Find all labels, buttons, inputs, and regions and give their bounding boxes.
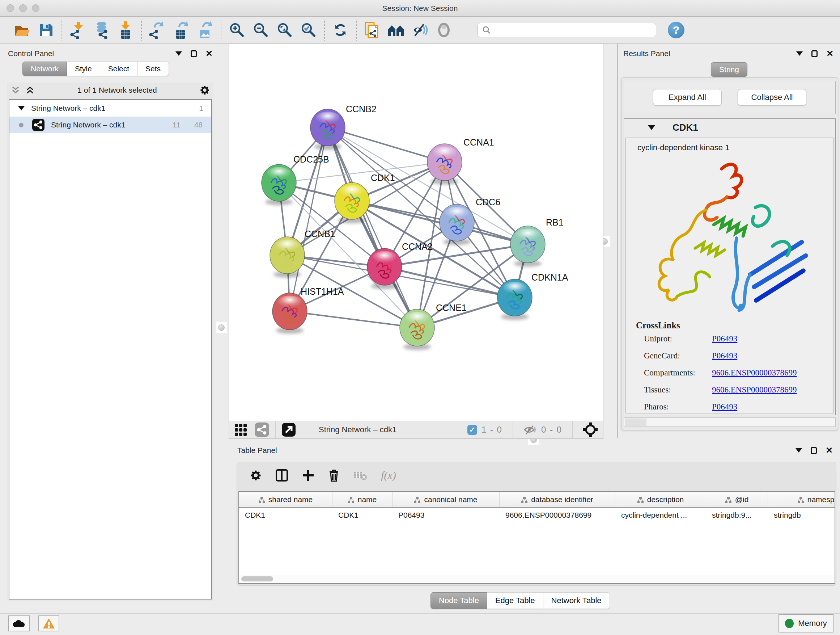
tab-node-table[interactable]: Node Table — [431, 592, 487, 609]
toolbar-separator — [572, 421, 573, 439]
search-box[interactable] — [477, 23, 656, 37]
network-node-ccnb2[interactable] — [310, 109, 345, 150]
network-canvas[interactable]: CCNB2CCNA1CDC25BCDK1CDC6RB1CCNB1CCNA2CDK… — [229, 44, 603, 421]
hide-selected-button[interactable] — [408, 19, 432, 42]
node-table[interactable]: shared namenamecanonical namedatabase id… — [238, 491, 835, 584]
tab-network[interactable]: Network — [22, 62, 67, 76]
gear-icon[interactable] — [200, 85, 210, 95]
edge-count: 48 — [194, 120, 202, 129]
column-header[interactable]: namespace — [768, 492, 835, 507]
cloud-button[interactable] — [8, 616, 30, 631]
selected-checkbox-icon[interactable]: ✓ — [467, 425, 477, 435]
string-style-icon[interactable] — [254, 422, 270, 437]
table-cell[interactable]: P06493 — [393, 508, 500, 524]
table-cell[interactable]: cyclin-dependent ... — [615, 508, 706, 524]
collection-caret-icon[interactable] — [18, 106, 25, 111]
import-table-button[interactable] — [114, 19, 137, 42]
crosslink-value-link[interactable]: P06493 — [712, 334, 737, 344]
table-h-scrollbar[interactable] — [240, 575, 834, 583]
tab-edge-table[interactable]: Edge Table — [487, 592, 543, 609]
crosslink-value-link[interactable]: 9606.ENSP00000378699 — [712, 385, 797, 394]
table-row[interactable]: CDK1CDK1P064939606.ENSP00000378699cyclin… — [239, 508, 835, 524]
results-scrollbar[interactable] — [624, 417, 836, 427]
table-cell[interactable]: CDK1 — [332, 508, 393, 524]
table-cell[interactable]: stringdb:9... — [706, 508, 768, 524]
network-edge[interactable] — [290, 311, 417, 328]
import-network-button[interactable] — [66, 19, 90, 42]
tab-select[interactable]: Select — [100, 62, 137, 76]
expand-all-icon[interactable] — [25, 86, 35, 95]
network-node-ccna1[interactable] — [427, 144, 462, 185]
expand-all-button[interactable]: Expand All — [653, 89, 722, 106]
open-in-window-icon[interactable] — [281, 423, 296, 437]
tab-string[interactable]: String — [711, 62, 747, 77]
column-header[interactable]: canonical name — [393, 492, 500, 507]
column-header[interactable]: description — [615, 492, 706, 507]
import-database-button[interactable] — [90, 19, 114, 42]
float-panel-icon[interactable] — [191, 50, 197, 57]
network-row[interactable]: String Network – cdk1 11 48 — [9, 117, 211, 133]
add-column-icon[interactable] — [302, 469, 314, 481]
open-session-button[interactable] — [10, 19, 34, 42]
crosslink-value-link[interactable]: 9606.ENSP00000378699 — [712, 368, 797, 378]
network-node-cdc25b[interactable] — [262, 165, 296, 205]
network-edge[interactable] — [328, 127, 445, 162]
table-cell[interactable]: stringdb — [768, 508, 835, 524]
close-panel-icon[interactable]: ✕ — [205, 49, 213, 58]
entry-caret-icon[interactable] — [648, 125, 655, 130]
show-all-button[interactable] — [432, 19, 456, 42]
left-splitter-handle[interactable] — [216, 322, 227, 333]
birds-eye-view-icon[interactable] — [234, 423, 248, 437]
column-header[interactable]: @id — [706, 492, 768, 507]
window-title: Session: New Session — [0, 4, 840, 13]
panel-menu-icon[interactable] — [175, 51, 182, 56]
table-cell[interactable]: CDK1 — [239, 508, 332, 524]
table-settings-gear-icon[interactable] — [250, 470, 262, 481]
collapse-all-icon[interactable] — [11, 86, 20, 95]
tab-network-table[interactable]: Network Table — [543, 592, 610, 609]
export-network-button[interactable] — [145, 19, 169, 42]
tab-style[interactable]: Style — [67, 62, 100, 76]
delete-column-icon[interactable] — [328, 469, 340, 482]
panel-menu-icon[interactable] — [796, 51, 803, 56]
column-header[interactable]: shared name — [239, 492, 332, 507]
clone-network-button[interactable] — [360, 19, 384, 42]
help-button[interactable]: ? — [668, 22, 684, 38]
panel-menu-icon[interactable] — [796, 448, 802, 453]
export-table-button[interactable] — [169, 19, 193, 42]
close-panel-icon[interactable]: ✕ — [826, 49, 834, 58]
network-node-rb1[interactable] — [510, 226, 545, 267]
memory-button[interactable]: Memory — [778, 614, 834, 632]
search-input[interactable] — [494, 26, 656, 35]
network-node-ccnb1[interactable] — [270, 237, 305, 278]
zoom-in-button[interactable] — [225, 19, 249, 42]
fit-selected-crosshair-icon[interactable] — [583, 422, 598, 437]
show-columns-icon[interactable] — [275, 469, 288, 482]
network-collection-row[interactable]: String Network – cdk1 1 — [9, 100, 211, 117]
crosslink-value-link[interactable]: P06493 — [712, 351, 737, 361]
column-header[interactable]: database identifier — [500, 492, 615, 507]
table-cell[interactable]: 9606.ENSP00000378699 — [500, 508, 615, 524]
network-node-cdkn1a[interactable] — [497, 279, 532, 320]
crosslink-value-link[interactable]: P06493 — [712, 402, 737, 412]
network-node-ccne1[interactable] — [400, 309, 434, 350]
warnings-button[interactable] — [38, 616, 59, 631]
close-panel-icon[interactable]: ✕ — [826, 446, 833, 455]
tab-sets[interactable]: Sets — [137, 62, 169, 76]
collapse-all-button[interactable]: Collapse All — [737, 89, 806, 106]
export-image-button[interactable] — [193, 19, 217, 42]
refresh-button[interactable] — [328, 19, 352, 42]
zoom-selected-button[interactable] — [297, 19, 321, 42]
crosslink-row: Uniprot:P06493 — [626, 334, 834, 351]
node-table-box: f(x) shared namenamecanonical namedataba… — [237, 462, 836, 586]
network-edge[interactable] — [328, 127, 417, 328]
network-node-hist1h1a[interactable] — [272, 293, 307, 334]
float-panel-icon[interactable] — [812, 50, 818, 57]
warning-icon — [42, 618, 55, 629]
zoom-fit-button[interactable] — [273, 19, 297, 42]
first-neighbors-button[interactable] — [384, 19, 408, 42]
save-session-button[interactable] — [34, 19, 58, 42]
float-panel-icon[interactable] — [811, 447, 817, 454]
zoom-out-button[interactable] — [249, 19, 273, 42]
column-header[interactable]: name — [332, 492, 393, 507]
